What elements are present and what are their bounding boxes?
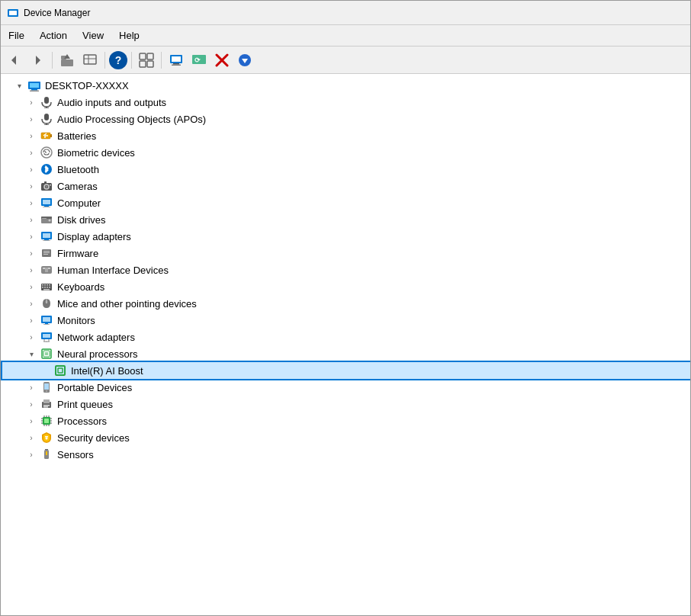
menu-help[interactable]: Help: [111, 27, 147, 43]
forward-button[interactable]: [27, 50, 48, 71]
back-button[interactable]: [4, 50, 25, 71]
mice-label: Mice and other pointing devices: [56, 298, 197, 310]
cameras-expander[interactable]: ›: [25, 180, 37, 192]
menu-view[interactable]: View: [75, 27, 111, 43]
disk-expander[interactable]: ›: [25, 213, 37, 226]
print-expander[interactable]: ›: [25, 398, 37, 410]
print-label: Print queues: [56, 399, 113, 410]
svg-rect-27: [31, 89, 37, 91]
svg-rect-70: [47, 284, 48, 286]
svg-rect-95: [44, 383, 49, 390]
svg-rect-71: [49, 284, 50, 286]
root-expander[interactable]: ▾: [13, 79, 25, 91]
print-row[interactable]: › Print queues: [1, 396, 690, 412]
svg-rect-75: [49, 287, 50, 288]
computer-expander[interactable]: ›: [25, 197, 37, 209]
disk-row[interactable]: › Disk drives: [1, 211, 690, 228]
audio-apo-expander[interactable]: ›: [25, 113, 37, 125]
sensors-icon: [40, 448, 53, 461]
biometric-expander[interactable]: ›: [25, 146, 37, 159]
hidden-button[interactable]: [79, 50, 101, 71]
root-label: DESKTOP-XXXXX: [43, 80, 129, 91]
intel-ai-boost-item: › Intel(R) AI Boost: [1, 362, 690, 379]
mice-expander[interactable]: ›: [25, 297, 37, 310]
portable-icon: [40, 380, 53, 394]
audio-apo-row[interactable]: › Audio Processing Objects (APOs): [1, 111, 690, 127]
svg-rect-93: [58, 368, 63, 373]
intel-ai-boost-row[interactable]: › Intel(R) AI Boost: [2, 362, 690, 379]
audio-apo-icon: [40, 112, 53, 126]
audio-io-row[interactable]: › Audio inputs and outputs: [1, 94, 690, 111]
bluetooth-row[interactable]: › Bluetooth: [1, 161, 690, 178]
intel-ai-boost-icon: [53, 364, 67, 377]
computer-icon: [40, 196, 53, 210]
svg-rect-68: [42, 284, 43, 286]
neural-label: Neural processors: [56, 348, 138, 360]
display-icon: [40, 229, 53, 243]
uplevel-button[interactable]: [56, 50, 78, 71]
svg-point-53: [49, 220, 51, 222]
svg-rect-82: [43, 324, 50, 325]
security-icon: [40, 431, 53, 444]
menu-action[interactable]: Action: [32, 27, 75, 43]
security-expander[interactable]: ›: [25, 432, 37, 444]
svg-rect-32: [44, 114, 49, 120]
mice-row[interactable]: › Mice and other pointing devices: [1, 295, 690, 312]
root-row[interactable]: ▾ DESKTOP-XXXXX: [1, 77, 690, 94]
sensors-expander[interactable]: ›: [25, 448, 37, 460]
disk-icon: [40, 213, 53, 226]
bluetooth-label: Bluetooth: [56, 164, 99, 175]
audio-io-icon: [40, 95, 53, 109]
hid-expander[interactable]: ›: [25, 264, 37, 276]
firmware-row[interactable]: › Firmware: [1, 245, 690, 261]
back-icon: [8, 54, 21, 66]
scan-icon: ⟳: [191, 53, 207, 68]
batteries-row[interactable]: › Batteries: [1, 127, 690, 144]
menu-file[interactable]: File: [1, 27, 32, 43]
sensors-row[interactable]: › Sensors: [1, 446, 690, 463]
network-row[interactable]: › Networ: [1, 329, 690, 345]
cameras-row[interactable]: › Cameras: [1, 178, 690, 194]
svg-rect-119: [45, 449, 48, 450]
hidden-icon: [82, 53, 98, 68]
neural-expander[interactable]: ▾: [25, 348, 37, 360]
processors-row[interactable]: ›: [1, 412, 690, 429]
svg-rect-29: [44, 97, 49, 104]
scan-button[interactable]: ⟳: [188, 50, 210, 71]
category-processors: ›: [1, 412, 690, 429]
svg-rect-62: [43, 254, 48, 255]
bluetooth-expander[interactable]: ›: [25, 163, 37, 175]
update-button[interactable]: [234, 50, 256, 71]
audio-io-expander[interactable]: ›: [25, 96, 37, 108]
hid-row[interactable]: › Human Interface Devices: [1, 261, 690, 278]
monitors-expander[interactable]: ›: [25, 314, 37, 326]
batteries-label: Batteries: [56, 130, 96, 142]
portable-row[interactable]: › Portable Devices: [1, 379, 690, 396]
neural-row[interactable]: ▾ Neural processors: [1, 345, 690, 362]
biometric-row[interactable]: › Biometric devices: [1, 144, 690, 161]
network-expander[interactable]: ›: [25, 331, 37, 343]
device-manager-window: Device Manager File Action View Help: [0, 0, 691, 616]
disable-button[interactable]: [211, 50, 233, 71]
computer-row[interactable]: › Computer: [1, 194, 690, 211]
category-print: › Print queues: [1, 396, 690, 412]
firmware-expander[interactable]: ›: [25, 247, 37, 259]
expand-button[interactable]: [136, 50, 157, 71]
audio-io-label: Audio inputs and outputs: [56, 97, 166, 108]
display-expander[interactable]: ›: [25, 230, 37, 242]
root-icon: [27, 79, 41, 92]
properties-button[interactable]: [166, 50, 187, 71]
category-security: › Security devices: [1, 429, 690, 446]
batteries-expander[interactable]: ›: [25, 130, 37, 142]
keyboards-expander[interactable]: ›: [25, 281, 37, 293]
device-tree-container[interactable]: ▾ DESKTOP-XXXXX: [1, 74, 690, 615]
help-button[interactable]: ?: [109, 51, 127, 69]
category-display: › Display adapters: [1, 228, 690, 245]
monitors-row[interactable]: › Monitors: [1, 312, 690, 329]
security-row[interactable]: › Security devices: [1, 429, 690, 446]
portable-expander[interactable]: ›: [25, 381, 37, 393]
processors-expander[interactable]: ›: [25, 415, 37, 427]
uplevel-icon: [59, 53, 75, 68]
keyboards-row[interactable]: ›: [1, 278, 690, 295]
display-row[interactable]: › Display adapters: [1, 228, 690, 245]
